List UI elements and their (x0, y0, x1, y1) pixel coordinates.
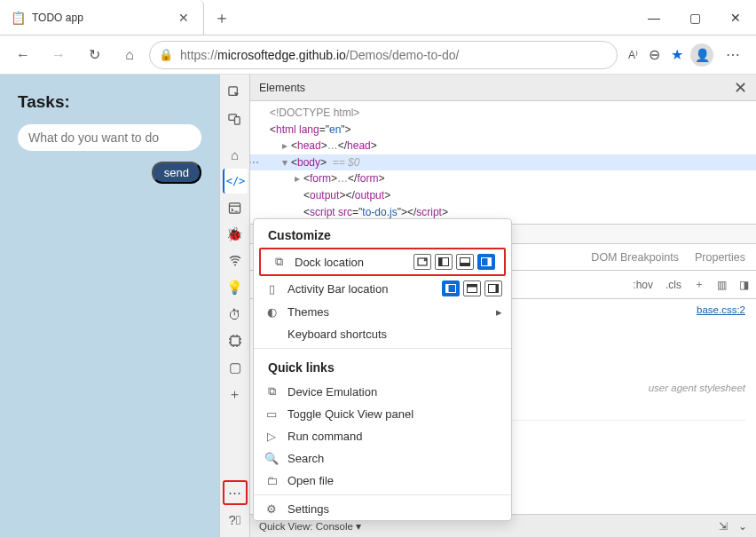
tab-title: TODO app (32, 12, 168, 24)
send-button[interactable]: send (152, 162, 201, 184)
profile-avatar[interactable]: 👤 (690, 43, 713, 67)
abar-left-button[interactable] (442, 280, 460, 296)
play-icon: ▷ (264, 430, 279, 443)
svg-rect-5 (231, 336, 240, 345)
menu-heading-quicklinks: Quick links (254, 351, 511, 380)
lightbulb-icon[interactable]: 💡 (223, 275, 248, 300)
application-icon[interactable]: ▢ (223, 355, 248, 380)
activitybar-icon: ▯ (264, 282, 279, 296)
browser-tab[interactable]: 📋 TODO app ✕ (0, 0, 204, 35)
bug-icon[interactable]: 🐞 (223, 222, 248, 247)
drawer-collapse-icon[interactable]: ⌄ (738, 520, 747, 533)
favorite-icon[interactable]: ★ (671, 46, 683, 63)
menu-row-dock-location[interactable]: ⧉ Dock location (261, 249, 504, 274)
menu-row-keyboard[interactable]: Keyboard shortcuts (254, 323, 511, 345)
customize-button[interactable]: ⋯ (223, 480, 248, 505)
menu-row-search[interactable]: 🔍 Search (254, 447, 511, 470)
dock-right-button[interactable] (477, 254, 495, 270)
dock-icon: ⧉ (272, 255, 286, 269)
svg-rect-14 (446, 285, 449, 293)
computed-sidebar-icon[interactable]: ▥ (717, 279, 727, 291)
menu-row-run-command[interactable]: ▷ Run command (254, 425, 511, 447)
menu-heading-customize: Customize (254, 219, 511, 248)
clipboard-icon: 📋 (11, 11, 25, 25)
forward-button: → (43, 41, 75, 69)
new-style-button[interactable]: ＋ (694, 277, 705, 292)
read-aloud-icon[interactable]: A⁾ (628, 49, 638, 61)
menu-row-open-file[interactable]: 🗀 Open file (254, 470, 511, 492)
devtools-close-button[interactable]: ✕ (734, 78, 747, 98)
menu-row-toggle-quickview[interactable]: ▭ Toggle Quick View panel (254, 403, 511, 425)
svg-rect-18 (496, 285, 499, 293)
abar-top-button[interactable] (463, 280, 481, 296)
drawer-console-tab[interactable]: Console (316, 521, 353, 532)
chevron-right-icon: ▸ (496, 305, 502, 319)
help-icon[interactable]: ?⃝ (223, 507, 248, 532)
dom-tree[interactable]: <!DOCTYPE html> <html lang="en"> ▸<head>… (250, 101, 756, 225)
dom-selected-row[interactable]: ⋯▾<body> == $0 (250, 154, 756, 171)
svg-rect-10 (461, 263, 470, 266)
menu-row-settings[interactable]: ⚙ Settings (254, 498, 511, 520)
welcome-icon[interactable]: ⌂ (223, 142, 248, 167)
console-icon[interactable] (223, 195, 248, 220)
search-icon: 🔍 (264, 452, 279, 465)
device-icon[interactable] (223, 107, 248, 131)
elements-icon[interactable]: </> (223, 169, 248, 193)
menu-row-activity-bar[interactable]: ▯ Activity Bar location (254, 276, 511, 301)
panel-icon: ▭ (264, 407, 279, 421)
svg-rect-16 (468, 285, 477, 288)
url-text: https://microsoftedge.github.io/Demos/de… (180, 48, 459, 62)
zoom-icon[interactable]: ⊖ (649, 46, 660, 63)
tab-dom-breakpoints[interactable]: DOM Breakpoints (591, 251, 679, 264)
folder-icon: 🗀 (264, 474, 279, 487)
svg-rect-12 (488, 258, 492, 266)
inspect-icon[interactable] (223, 80, 248, 105)
home-button[interactable]: ⌂ (114, 41, 146, 69)
memory-icon[interactable] (223, 328, 248, 353)
add-tool-button[interactable]: ＋ (223, 382, 248, 407)
tab-properties[interactable]: Properties (695, 251, 745, 264)
customize-menu: Customize ⧉ Dock location ▯ Activity Bar… (253, 218, 512, 521)
svg-point-4 (234, 265, 236, 266)
dock-left-button[interactable] (435, 254, 453, 270)
back-button[interactable]: ← (7, 41, 39, 69)
window-close-button[interactable]: ✕ (715, 0, 756, 35)
dock-undock-button[interactable] (413, 254, 431, 270)
dock-bottom-button[interactable] (456, 254, 474, 270)
drawer-dock-icon[interactable]: ⇲ (719, 520, 728, 533)
browser-menu-button[interactable]: ⋯ (717, 41, 749, 69)
window-minimize-button[interactable]: — (634, 0, 674, 35)
network-icon[interactable] (223, 249, 248, 273)
performance-icon[interactable]: ⏱ (223, 302, 248, 327)
svg-rect-2 (235, 116, 240, 123)
toggle-sidebar-icon[interactable]: ◨ (739, 279, 749, 291)
task-input-wrapper (18, 124, 201, 151)
tab-close-button[interactable]: ✕ (175, 9, 193, 27)
stylesheet-link[interactable]: base.css:2 (697, 304, 745, 315)
cls-toggle[interactable]: .cls (665, 279, 681, 291)
menu-row-device-emulation[interactable]: ⧉ Device Emulation (254, 380, 511, 403)
new-tab-button[interactable]: ＋ (204, 0, 240, 35)
task-input[interactable] (28, 130, 191, 145)
menu-row-themes[interactable]: ◐ Themes ▸ (254, 301, 511, 323)
lock-icon: 🔒 (159, 48, 173, 61)
device-emulation-icon: ⧉ (264, 384, 279, 399)
address-bar[interactable]: 🔒 https://microsoftedge.github.io/Demos/… (149, 41, 618, 69)
devtools-panel-title: Elements (259, 82, 305, 94)
ua-stylesheet-label: user agent stylesheet (649, 383, 745, 393)
hov-toggle[interactable]: :hov (633, 279, 653, 291)
abar-right-button[interactable] (484, 280, 502, 296)
window-maximize-button[interactable]: ▢ (674, 0, 715, 35)
tasks-heading: Tasks: (18, 92, 201, 112)
activity-bar: ⌂ </> 🐞 💡 ⏱ ▢ ＋ ⋯ ?⃝ (220, 75, 250, 537)
refresh-button[interactable]: ↻ (78, 41, 110, 69)
themes-icon: ◐ (264, 305, 279, 319)
svg-rect-8 (439, 258, 443, 266)
page-content: Tasks: send (0, 75, 219, 537)
gear-icon: ⚙ (264, 502, 279, 516)
